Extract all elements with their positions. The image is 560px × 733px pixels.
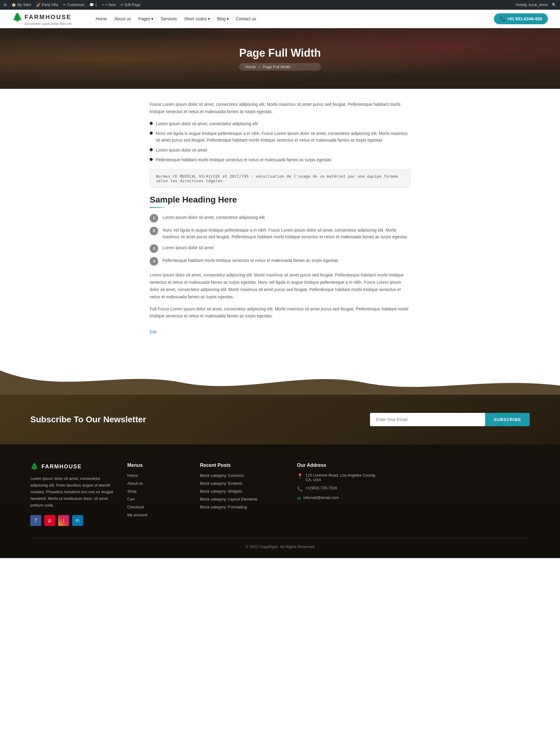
hero-content: Page Full Width Home » Page Full Width: [239, 47, 321, 71]
number-circle: 3: [150, 244, 158, 253]
breadcrumb-current: Page Full Width: [263, 65, 291, 69]
subscribe-button[interactable]: SUBSCRIBE: [485, 413, 530, 426]
footer-menu-shop[interactable]: Shop: [127, 489, 136, 494]
wave-newsletter-wrapper: Subscribe To Our Newsletter SUBSCRIBE 🌲 …: [0, 371, 560, 558]
admin-greeting: Howdy, luzuk_demo: [516, 3, 548, 7]
chevron-down-icon-3: ▾: [227, 16, 229, 21]
wp-icon-link[interactable]: ⊞: [4, 3, 7, 7]
sample-heading: Sample Heading Here: [150, 195, 410, 205]
list-item: Block category: Widgets: [200, 489, 285, 494]
bullet-dot-icon: [150, 148, 153, 151]
nav-home[interactable]: Home: [96, 16, 107, 21]
nav-services[interactable]: Services: [161, 16, 177, 21]
email-icon: ✉: [297, 496, 301, 502]
bullet-list: Lorem ipsum dolor sit amet, consectetur …: [150, 120, 410, 163]
nav-shortcodes[interactable]: Short codes ▾: [184, 16, 210, 21]
footer-menu-account[interactable]: My account: [127, 513, 147, 517]
logo-tree-icon: 🌲: [12, 12, 23, 22]
bullet-dot-icon: [150, 122, 153, 125]
wave-divider: [0, 371, 560, 395]
party-villa-link[interactable]: 🎉 Party Villa: [36, 3, 58, 7]
footer-post-4[interactable]: Block category: Layout Elements: [200, 497, 257, 502]
list-item: 3 Lorem ipsum dolor sit amet: [150, 244, 410, 253]
customize-link[interactable]: ✏ Customize: [63, 3, 85, 7]
nav-contact[interactable]: Contact us: [236, 16, 256, 21]
footer-grid: 🌲 FARMHOUSE Lorem ipsum dolor sit amet, …: [30, 463, 530, 526]
location-icon: 📍: [297, 473, 303, 479]
footer-brand-name: FARMHOUSE: [42, 464, 82, 470]
intro-paragraph: Fusce Lorem ipsum dolor sit amet, consec…: [150, 101, 410, 115]
number-circle: 2: [150, 227, 158, 235]
facebook-icon[interactable]: f: [30, 515, 41, 526]
nav-blog[interactable]: Blog ▾: [217, 16, 229, 21]
address-email: ✉ infomail@email.com: [297, 495, 382, 502]
site-logo: 🌲 FARMHOUSE Just another Luzuk Demo Site…: [12, 12, 84, 25]
edit-page-link[interactable]: ✏ Edit Page: [121, 3, 141, 7]
footer-posts-title: Recent Posts: [200, 463, 285, 468]
comment-icon: 💬: [89, 3, 94, 7]
footer-copyright: © 2022 CopyRight. All Rights Reserved: [30, 538, 530, 549]
list-item: Lorem ipsum dolor sit amet: [150, 147, 410, 153]
footer-posts-list: Block category: Common Block category: E…: [200, 473, 285, 509]
nav-pages[interactable]: Pages ▾: [138, 16, 153, 21]
phone-icon: 📞: [500, 16, 505, 21]
bullet-dot-icon: [150, 132, 153, 135]
footer-menu-cart[interactable]: Cart: [127, 497, 135, 502]
site-footer: 🌲 FARMHOUSE Lorem ipsum dolor sit amet, …: [0, 445, 560, 558]
newsletter-title: Subscribe To Our Newsletter: [30, 415, 146, 425]
comments-link[interactable]: 💬 1: [89, 3, 97, 7]
footer-menu-about[interactable]: About us: [127, 481, 143, 486]
main-nav: Home About us Pages ▾ Services Short cod…: [96, 16, 494, 21]
list-item: Nunc vel ligula in augue tristique pelle…: [150, 130, 410, 144]
footer-logo: 🌲 FARMHOUSE: [30, 463, 115, 471]
list-item: Cart: [127, 497, 188, 502]
linkedin-icon[interactable]: in: [72, 515, 83, 526]
chevron-down-icon-2: ▾: [208, 16, 210, 21]
breadcrumb: Home » Page Full Width: [239, 63, 321, 71]
hero-title: Page Full Width: [239, 47, 321, 59]
hero-banner: Page Full Width Home » Page Full Width: [0, 28, 560, 89]
admin-search-icon[interactable]: 🔍: [552, 3, 556, 7]
wordpress-icon: ⊞: [4, 3, 7, 7]
list-item: Pellentesque habitant morbi tristique se…: [150, 156, 410, 163]
footer-description: Lorem ipsum dolor sit amet, consectetur …: [30, 475, 115, 509]
instagram-icon[interactable]: i: [58, 515, 69, 526]
phone-button[interactable]: 📞 +91 831-6349-429: [494, 13, 548, 24]
list-item: About us: [127, 481, 188, 486]
list-item: My account: [127, 512, 188, 517]
list-item: Block category: Formatting: [200, 505, 285, 509]
list-item: 1 Lorem ipsum dolor sit amet, consectetu…: [150, 214, 410, 222]
list-item: Block category: Layout Elements: [200, 497, 285, 502]
main-content: Fusce Lorem ipsum dolor sit amet, consec…: [144, 89, 416, 346]
footer-post-5[interactable]: Block category: Formatting: [200, 505, 247, 509]
footer-post-2[interactable]: Block category: Embeds: [200, 481, 242, 486]
footer-menus-title: Menus: [127, 463, 188, 468]
email-input[interactable]: [370, 413, 485, 426]
logo-brand-name: FARMHOUSE: [25, 14, 72, 21]
edit-link[interactable]: Edit: [150, 329, 156, 334]
pinterest-icon[interactable]: p: [44, 515, 55, 526]
newsletter-form: SUBSCRIBE: [370, 413, 530, 426]
list-item: Checkout: [127, 505, 188, 509]
new-link[interactable]: + + New: [102, 3, 115, 7]
party-villa-icon: 🎉: [36, 3, 41, 7]
nav-about[interactable]: About us: [114, 16, 131, 21]
wave-svg: [0, 371, 560, 395]
number-circle: 4: [150, 257, 158, 265]
breadcrumb-home[interactable]: Home: [245, 65, 256, 69]
footer-col-brand: 🌲 FARMHOUSE Lorem ipsum dolor sit amet, …: [30, 463, 115, 526]
footer-menu-list: Home About us Shop Cart Checkout My acco…: [127, 473, 188, 517]
my-sites-icon: 🏠: [12, 3, 16, 7]
heading-underline: [150, 207, 165, 208]
footer-post-1[interactable]: Block category: Common: [200, 473, 244, 478]
edit-icon: ✏: [121, 3, 124, 7]
newsletter-section: Subscribe To Our Newsletter SUBSCRIBE: [0, 395, 560, 445]
footer-menu-checkout[interactable]: Checkout: [127, 505, 144, 509]
body-paragraph-2: Full Fusce Lorem ipsum dolor sit amet, c…: [150, 305, 410, 320]
footer-menu-home[interactable]: Home: [127, 473, 138, 478]
my-sites-link[interactable]: 🏠 My Sites: [12, 3, 31, 7]
footer-post-3[interactable]: Block category: Widgets: [200, 489, 242, 494]
address-location: 📍 110 Lorence Road, Los Angeles County, …: [297, 473, 382, 482]
bullet-dot-icon: [150, 158, 153, 161]
list-item: 4 Pellentesque habitant morbi tristique …: [150, 257, 410, 265]
